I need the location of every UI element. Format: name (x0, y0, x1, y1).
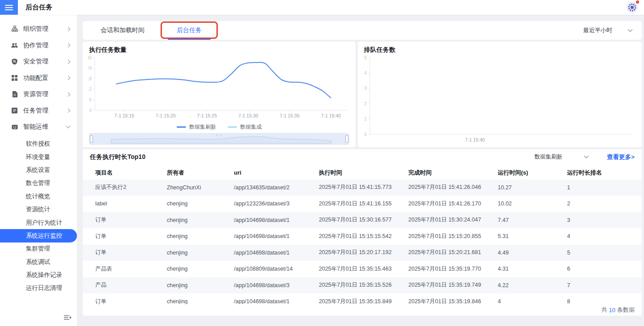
sidebar-subitem[interactable]: 用户行为统计 (0, 216, 77, 229)
svg-text:4: 4 (364, 70, 367, 75)
datazoom-slider[interactable] (89, 133, 349, 145)
chevron-right-icon (68, 59, 71, 64)
svg-text:24: 24 (88, 65, 92, 71)
sidebar-subitem[interactable]: 统计概览 (0, 190, 77, 203)
sidebar-item[interactable]: 任务管理 (0, 103, 77, 119)
sidebar-subitem[interactable]: 软件授权 (0, 138, 77, 150)
table-cell: 2025年7月01日 15:20:17.192 (319, 249, 408, 256)
datazoom-handle-right[interactable] (345, 135, 348, 142)
table-cell: 4.31 (498, 266, 567, 272)
sidebar-subitem[interactable]: 系统调试 (0, 255, 77, 268)
column-header: 完成时间 (408, 169, 498, 177)
datazoom-grip[interactable] (217, 134, 221, 136)
sidebar-collapse-button[interactable] (64, 314, 72, 321)
sidebar-subitem[interactable]: 运行日志清理 (0, 282, 77, 295)
table-row[interactable]: labelchenjing/app/123236/dataset/32025年7… (83, 196, 642, 212)
document-icon (11, 91, 18, 98)
dataset-refresh-select[interactable]: 数据集刷新 (534, 153, 589, 161)
task-list-icon (11, 107, 18, 114)
svg-text:3: 3 (364, 85, 367, 91)
table-cell: 2 (567, 201, 642, 207)
table-cell: 1 (567, 184, 642, 191)
table-cell: 4.49 (498, 250, 567, 256)
top10-table-panel: 任务执行时长Top10 数据集刷新 查看更多> 项目名所有者uri执行时间完成时… (83, 149, 642, 316)
table-cell: 2025年7月01日 15:35:15.849 (319, 298, 408, 304)
topbar-right (626, 1, 638, 13)
sidebar-item[interactable]: 功能配置 (0, 70, 77, 87)
sidebar-item[interactable]: 组织管理 (0, 21, 77, 38)
table-cell: ZhengChunXi (167, 184, 234, 191)
table-cell: 4.22 (498, 282, 567, 288)
table-cell: 产品 (95, 281, 167, 289)
legend-item[interactable]: 数据集刷新 (177, 123, 216, 131)
table-cell: 2025年7月01日 15:41:26.170 (408, 200, 498, 208)
table-cell: 订单 (95, 233, 167, 240)
sidebar-subitem[interactable]: 系统设置 (0, 163, 77, 176)
table-cell: 订单 (95, 298, 167, 304)
sidebar-subitem[interactable]: 环境变量 (0, 150, 77, 163)
chevron-right-icon (68, 27, 71, 32)
org-chart-icon (11, 25, 18, 33)
table-cell: 7 (567, 282, 642, 288)
table-cell: chenjing (167, 266, 234, 272)
sidebar-subitem[interactable]: 系统操作记录 (0, 268, 77, 281)
sidebar-subitem[interactable]: 系统运行监控 (0, 229, 77, 242)
table-row[interactable]: 产品表chenjing/app/108809/dataset/142025年7月… (83, 261, 642, 277)
dataset-refresh-value: 数据集刷新 (534, 153, 563, 161)
table-cell: /app/104698/dataset/3 (234, 282, 319, 288)
main-content: 会话和加载时间后台任务 最近半小时 执行任务数量 06121824307-1 1… (83, 21, 642, 316)
sidebar-item[interactable]: 协作管理 (0, 38, 77, 54)
chevron-down-icon (627, 29, 633, 32)
sidebar-subitem[interactable]: 集群管理 (0, 242, 77, 255)
column-header: 所有者 (167, 169, 234, 177)
svg-text:7-1 15:35: 7-1 15:35 (280, 113, 300, 118)
extension-icon[interactable] (626, 1, 638, 13)
table-cell: /app/104698/dataset/1 (234, 217, 319, 223)
table-cell: 应该不执行2 (95, 184, 167, 191)
sidebar-sub-nav: 软件授权环境变量系统设置数仓管理统计概览资源统计用户行为统计系统运行监控集群管理… (0, 138, 77, 295)
table-cell: /app/104698/dataset/1 (234, 233, 319, 239)
table-row[interactable]: 订单chenjing/app/104698/dataset/12025年7月01… (83, 228, 642, 245)
robot-icon (11, 123, 18, 131)
table-cell: /app/104698/dataset/1 (234, 298, 319, 304)
table-cell: 2025年7月01日 15:30:16.577 (319, 216, 408, 224)
table-cell: 3 (567, 217, 642, 223)
sidebar-subitem[interactable]: 资源统计 (0, 203, 77, 216)
svg-text:0: 0 (364, 132, 367, 137)
grid-icon (11, 74, 18, 82)
table-cell: chenjing (167, 217, 234, 223)
column-header: 运行时长排名 (567, 169, 642, 177)
page-title: 后台任务 (25, 3, 52, 12)
time-range-select[interactable]: 最近半小时 (583, 21, 636, 40)
table-cell: 产品表 (95, 265, 167, 273)
legend-item[interactable]: 数据集成 (228, 123, 262, 131)
table-footer: 共 10 条数据 (83, 304, 642, 316)
topbar: 后台任务 (0, 0, 644, 15)
chevron-down-icon (584, 155, 589, 159)
table-row[interactable]: 应该不执行2ZhengChunXi/app/134635/dataset/220… (83, 180, 642, 196)
table-cell: 2025年7月01日 15:41:15.773 (319, 184, 408, 191)
tab-sessions-load-time[interactable]: 会话和加载时间 (91, 21, 154, 40)
table-row[interactable]: 订单chenjing/app/104698/dataset/12025年7月01… (83, 245, 642, 261)
table-header-right: 数据集刷新 查看更多> (534, 153, 635, 161)
sidebar-subitem[interactable]: 数仓管理 (0, 177, 77, 190)
column-header: 运行时间(s) (498, 169, 567, 177)
datazoom-handle-left[interactable] (90, 135, 93, 142)
table-cell: /app/104698/dataset/1 (234, 250, 319, 256)
sidebar-item[interactable]: 安全管理 (0, 54, 77, 70)
executing-tasks-chart-canvas: 06121824307-1 15:157-1 15:207-1 15:257-1… (88, 55, 350, 122)
table-row[interactable]: 产品chenjing/app/104698/dataset/32025年7月01… (83, 277, 642, 294)
sidebar-item[interactable]: 智能运维 (0, 119, 77, 135)
sidebar-item[interactable]: 资源管理 (0, 86, 77, 103)
time-range-value: 最近半小时 (583, 26, 612, 34)
view-more-link[interactable]: 查看更多> (607, 153, 635, 161)
table-row[interactable]: 订单chenjing/app/104698/dataset/12025年7月01… (83, 293, 642, 304)
table-row[interactable]: 订单chenjing/app/104698/dataset/12025年7月01… (83, 212, 642, 229)
svg-text:5: 5 (364, 55, 367, 60)
sidebar: 组织管理协作管理安全管理功能配置资源管理任务管理智能运维 软件授权环境变量系统设… (0, 15, 77, 326)
svg-text:6: 6 (89, 97, 92, 102)
app-root: 后台任务 组织管理协作管理安全管理功能配置资源管理任务管理智能运维 软件授权环境… (0, 0, 644, 326)
menu-toggle-button[interactable] (0, 0, 18, 15)
shield-icon (11, 58, 18, 66)
tab-background-tasks[interactable]: 后台任务 (162, 21, 216, 40)
